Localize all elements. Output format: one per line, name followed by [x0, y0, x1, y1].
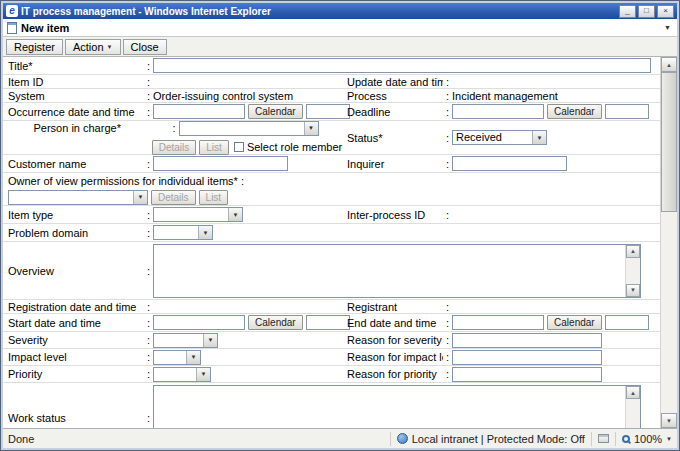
row-work-status: Work status : ▲ ▼: [3, 383, 660, 428]
close-toolbar-button[interactable]: Close: [123, 39, 167, 55]
colon: :: [147, 317, 150, 329]
textarea-scrollbar[interactable]: ▲ ▼: [625, 245, 640, 297]
scroll-up-icon[interactable]: ▲: [626, 386, 640, 399]
item-type-label: Item type: [8, 209, 144, 221]
item-type-select[interactable]: ▼: [153, 207, 243, 222]
colon: :: [147, 90, 150, 102]
form-content: Title* : Item ID : Update date and time …: [3, 57, 677, 428]
action-button-label: Action: [73, 41, 104, 53]
title-input[interactable]: [153, 58, 651, 73]
page-settings[interactable]: [591, 432, 609, 446]
reason-severity-input[interactable]: [452, 333, 602, 348]
scroll-down-icon[interactable]: ▼: [626, 284, 640, 297]
new-item-icon: [7, 22, 17, 34]
start-calendar-button[interactable]: Calendar: [248, 315, 303, 330]
overview-textarea[interactable]: ▲ ▼: [153, 244, 641, 298]
zoom-level: 100%: [634, 433, 662, 445]
update-datetime-label: Update date and time: [347, 76, 443, 88]
row-severity: Severity : ▼ Reason for severity :: [3, 332, 660, 349]
priority-label: Priority: [8, 368, 144, 380]
ie-logo-icon: e: [6, 5, 18, 17]
row-system-process: System : Order-issuing control system Pr…: [3, 89, 660, 103]
colon: :: [147, 351, 150, 363]
process-value: Incident management: [452, 90, 558, 102]
reason-priority-label: Reason for priority: [347, 368, 443, 380]
zoom-control[interactable]: 100% ▼: [615, 432, 672, 446]
status-select[interactable]: Received ▼: [452, 130, 547, 145]
row-overview: Overview : ▲ ▼: [3, 242, 660, 300]
scrollbar-track[interactable]: [626, 399, 640, 428]
deadline-time-input[interactable]: [605, 104, 649, 119]
magnifier-icon: [622, 435, 630, 443]
owner-view-select[interactable]: ▼: [8, 190, 148, 205]
colon: :: [446, 209, 449, 221]
scrollbar-thumb[interactable]: [661, 72, 677, 212]
owner-details-button[interactable]: Details: [151, 190, 196, 205]
deadline-calendar-button[interactable]: Calendar: [547, 104, 602, 119]
person-list-button[interactable]: List: [199, 140, 229, 155]
scroll-up-icon[interactable]: ▲: [626, 245, 640, 258]
register-button[interactable]: Register: [6, 39, 63, 55]
status-select-value: Received: [453, 131, 532, 144]
reason-impact-input[interactable]: [452, 350, 602, 365]
owner-view-label: Owner of view permissions for individual…: [8, 175, 238, 187]
colon: :: [446, 334, 449, 346]
deadline-label: Deadline: [347, 106, 443, 118]
local-intranet-icon: [397, 433, 408, 444]
maximize-button[interactable]: □: [638, 5, 655, 18]
start-time-input[interactable]: [306, 315, 350, 330]
select-value: [154, 226, 198, 239]
collapse-arrow-icon[interactable]: ▼: [664, 24, 673, 31]
select-value: [154, 368, 196, 381]
colon: :: [446, 317, 449, 329]
person-in-charge-select[interactable]: ▼: [179, 121, 319, 136]
severity-select[interactable]: ▼: [153, 333, 218, 348]
new-item-form: Title* : Item ID : Update date and time …: [3, 57, 660, 428]
select-value: [9, 191, 133, 204]
scroll-down-icon[interactable]: ▼: [661, 413, 677, 428]
occurrence-time-input[interactable]: [306, 104, 350, 119]
colon: :: [147, 106, 150, 118]
owner-list-button[interactable]: List: [199, 190, 229, 205]
end-date-input[interactable]: [452, 315, 544, 330]
select-role-member-checkbox[interactable]: [234, 142, 244, 152]
scroll-up-icon[interactable]: ▲: [661, 57, 677, 72]
impact-level-select[interactable]: ▼: [153, 350, 201, 365]
priority-select[interactable]: ▼: [153, 367, 211, 382]
close-button[interactable]: ×: [657, 5, 674, 18]
titlebar[interactable]: e IT process management - Windows Intern…: [3, 3, 677, 19]
textarea-scrollbar[interactable]: ▲ ▼: [625, 386, 640, 428]
row-priority: Priority : ▼ Reason for priority :: [3, 366, 660, 383]
problem-domain-select[interactable]: ▼: [153, 225, 213, 240]
action-button[interactable]: Action ▼: [65, 39, 121, 55]
person-details-button[interactable]: Details: [152, 140, 197, 155]
title-label: Title*: [8, 60, 144, 72]
toolbar: Register Action ▼ Close: [3, 37, 677, 57]
scrollbar-track[interactable]: [661, 212, 677, 413]
colon: :: [147, 158, 150, 170]
customer-name-input[interactable]: [153, 156, 288, 171]
deadline-date-input[interactable]: [452, 104, 544, 119]
minimize-button[interactable]: _: [619, 5, 636, 18]
row-occurrence-deadline: Occurrence date and time : Calendar Dead…: [3, 103, 660, 121]
colon: :: [147, 412, 150, 424]
colon: :: [446, 106, 449, 118]
status-text: Done: [8, 433, 384, 445]
end-time-input[interactable]: [605, 315, 649, 330]
process-label: Process: [347, 90, 443, 102]
vertical-scrollbar[interactable]: ▲ ▼: [660, 57, 677, 428]
work-status-textarea[interactable]: ▲ ▼: [153, 385, 641, 428]
occurrence-calendar-button[interactable]: Calendar: [248, 104, 303, 119]
inter-process-id-label: Inter-process ID: [347, 209, 443, 221]
scrollbar-track[interactable]: [626, 258, 640, 284]
problem-domain-label: Problem domain: [8, 227, 144, 239]
start-date-input[interactable]: [153, 315, 245, 330]
ie-window: e IT process management - Windows Intern…: [0, 0, 680, 451]
window-controls: _ □ ×: [619, 5, 674, 18]
inquirer-input[interactable]: [452, 156, 567, 171]
reason-priority-input[interactable]: [452, 367, 602, 382]
select-value: [154, 208, 228, 221]
occurrence-date-input[interactable]: [153, 104, 245, 119]
action-menu-arrow-icon: ▼: [107, 44, 113, 50]
end-calendar-button[interactable]: Calendar: [547, 315, 602, 330]
